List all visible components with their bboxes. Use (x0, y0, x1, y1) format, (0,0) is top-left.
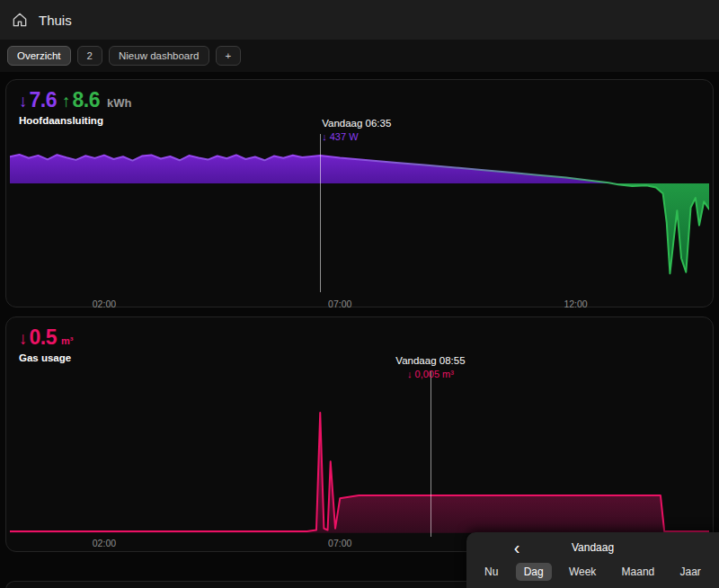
tab-overzicht[interactable]: Overzicht (7, 46, 71, 66)
energy-export-value: 8.6 (72, 88, 99, 112)
x-axis-label: 02:00 (93, 298, 116, 309)
period-jaar[interactable]: Jaar (672, 563, 709, 581)
tooltip-value: ↓ 437 W (322, 131, 391, 142)
period-dag[interactable]: Dag (516, 563, 552, 581)
import-arrow-icon: ↓ (19, 92, 28, 111)
gas-area-fill (10, 413, 709, 533)
energy-import-value: 7.6 (30, 88, 57, 112)
home-button[interactable] (9, 9, 31, 31)
tab-nieuw-dashboard[interactable]: Nieuw dashboard (109, 46, 209, 66)
energy-unit: kWh (107, 96, 131, 110)
gas-chart-tooltip: Vandaag 08:55 ↓ 0,005 m³ (395, 355, 465, 379)
period-maand[interactable]: Maand (614, 563, 663, 581)
x-axis-label: 02:00 (93, 538, 116, 548)
x-axis-label: 07:00 (328, 538, 351, 548)
period-nu[interactable]: Nu (476, 563, 506, 581)
previous-day-button[interactable]: ‹ (506, 537, 528, 558)
date-label: Vandaag (466, 535, 719, 560)
time-picker-panel: ‹ Vandaag NuDagWeekMaandJaar (466, 532, 719, 588)
home-icon (11, 11, 29, 29)
page-title: Thuis (39, 13, 72, 28)
period-week[interactable]: Week (561, 563, 604, 581)
app-header: Thuis (0, 0, 719, 40)
tab-add-dashboard[interactable]: + (216, 46, 242, 66)
tooltip-time: Vandaag 06:35 (322, 118, 391, 129)
gas-stats: ↓ 0.5 m³ (19, 325, 73, 350)
energy-card-title: Hoofdaansluiting (19, 115, 131, 126)
gas-card: ↓ 0.5 m³ Gas usage Vandaag 08:55 ↓ 0,005… (5, 316, 714, 552)
cursor-line-gas (431, 371, 431, 537)
chevron-left-icon: ‹ (514, 538, 520, 557)
energy-stats: ↓ 7.6 ↑ 8.6 kWh (19, 88, 131, 112)
gas-value: 0.5 (30, 325, 57, 350)
energy-x-axis: 02:0007:0012:00 (10, 298, 709, 310)
gas-chart-svg[interactable] (10, 375, 709, 537)
energy-card-header: ↓ 7.6 ↑ 8.6 kWh Hoofdaansluiting (19, 88, 131, 126)
dashboard-tabs: Overzicht2Nieuw dashboard+ (0, 40, 719, 72)
gas-arrow-icon: ↓ (19, 329, 28, 349)
gas-chart-zone: Vandaag 08:55 ↓ 0,005 m³ 02:0007:00 (10, 361, 709, 549)
energy-chart-svg[interactable] (10, 138, 709, 298)
date-navigation: ‹ Vandaag (466, 535, 719, 560)
tooltip-time: Vandaag 08:55 (395, 355, 465, 366)
tab-dashboard-2[interactable]: 2 (77, 46, 102, 66)
tooltip-value: ↓ 0,005 m³ (395, 369, 465, 379)
energy-card: ↓ 7.6 ↑ 8.6 kWh Hoofdaansluiting Vandaag… (5, 79, 714, 307)
x-axis-label: 07:00 (328, 298, 351, 309)
period-options: NuDagWeekMaandJaar (466, 560, 719, 584)
export-arrow-icon: ↑ (62, 92, 71, 111)
energy-chart-tooltip: Vandaag 06:35 ↓ 437 W (320, 118, 391, 142)
energy-area-fill (10, 155, 709, 273)
gas-card-title: Gas usage (19, 352, 73, 363)
x-axis-label: 12:00 (564, 298, 587, 309)
gas-card-header: ↓ 0.5 m³ Gas usage (19, 325, 73, 363)
energy-chart-zone: Vandaag 06:35 ↓ 437 W (10, 123, 709, 305)
cursor-line-energy (320, 134, 321, 292)
gas-unit: m³ (61, 335, 73, 346)
